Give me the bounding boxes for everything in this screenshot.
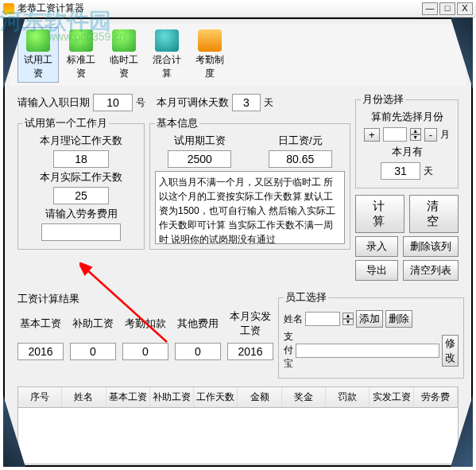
rest-days-input[interactable] xyxy=(232,94,261,111)
th-6[interactable]: 奖金 xyxy=(282,387,326,407)
result-table: 序号姓名基本工资补助工资工作天数金额奖金罚款实发工资劳务费 xyxy=(17,386,459,464)
result-title: 工资计算结果 xyxy=(17,292,273,306)
info-text[interactable]: 入职当月不满一个月，又区别于临时工 所以这个月的工资按实际工作天数算 默认工资为… xyxy=(155,171,345,244)
month-legend: 月份选择 xyxy=(361,92,405,107)
toolbar-3[interactable]: 混合计算 xyxy=(146,27,188,83)
main-frame: 试用工资标准工资临时工资混合计算考勤制度 请输入入职日期 号 本月可调休天数 天… xyxy=(3,17,473,467)
th-2[interactable]: 基本工资 xyxy=(106,387,150,407)
hire-date-label: 请输入入职日期 xyxy=(17,95,90,110)
clear-button[interactable]: 清 空 xyxy=(409,195,459,233)
labor-fee-input[interactable] xyxy=(41,223,121,241)
export-button[interactable]: 导出 xyxy=(355,260,398,281)
trial-salary-input[interactable] xyxy=(168,150,231,168)
result-col-3: 其他费用 xyxy=(175,317,221,331)
maximize-button[interactable]: □ xyxy=(439,2,455,15)
toolbar-icon xyxy=(26,29,50,52)
first-month-legend: 试用第一个工作月 xyxy=(23,116,109,130)
theory-days-input[interactable] xyxy=(53,150,109,168)
employee-legend: 员工选择 xyxy=(284,290,328,305)
month-unit: 月 xyxy=(440,128,450,142)
result-val-3[interactable] xyxy=(175,343,221,360)
month-tip: 算前先选择月份 xyxy=(361,110,453,124)
daily-salary-label: 日工资/元 xyxy=(256,134,346,148)
basic-legend: 基本信息 xyxy=(155,116,199,130)
window-title: 老恭工资计算器 xyxy=(17,2,420,15)
basic-info-group: 基本信息 试用期工资 日工资/元 入职当月不满一个月，又区别于临时工 所以这个月… xyxy=(149,116,350,250)
rest-days-label: 本月可调休天数 xyxy=(157,95,229,110)
minimize-button[interactable]: — xyxy=(422,2,438,15)
titlebar: 老恭工资计算器 — □ X xyxy=(0,0,476,17)
result-val-1[interactable] xyxy=(70,343,116,360)
month-days-input[interactable] xyxy=(381,162,420,180)
add-button[interactable]: 添加 xyxy=(356,310,383,328)
theory-days-label: 本月理论工作天数 xyxy=(23,134,139,148)
toolbar-2[interactable]: 临时工资 xyxy=(103,27,145,83)
th-4[interactable]: 工作天数 xyxy=(194,387,238,407)
th-3[interactable]: 补助工资 xyxy=(150,387,194,407)
input-button[interactable]: 录入 xyxy=(355,236,398,257)
result-val-4[interactable] xyxy=(227,343,273,360)
th-5[interactable]: 金额 xyxy=(238,387,281,407)
delete-col-button[interactable]: 删除该列 xyxy=(403,236,459,257)
actual-days-input[interactable] xyxy=(53,187,109,204)
result-col-4: 本月实发工资 xyxy=(227,309,273,338)
day-unit: 号 xyxy=(136,96,145,110)
toolbar-0[interactable]: 试用工资 xyxy=(17,27,59,83)
clear-list-button[interactable]: 清空列表 xyxy=(403,260,459,281)
name-label: 姓名 xyxy=(284,313,303,326)
labor-fee-label: 请输入劳务费用 xyxy=(23,207,139,221)
toolbar-icon xyxy=(69,29,93,52)
app-icon xyxy=(3,3,14,14)
month-stepper[interactable]: ▲▼ xyxy=(410,128,421,141)
name-stepper[interactable]: ▲▼ xyxy=(342,313,354,325)
close-button[interactable]: X xyxy=(457,2,473,15)
hire-date-input[interactable] xyxy=(93,94,133,111)
toolbar-label: 混合计算 xyxy=(149,53,185,80)
toolbar-label: 考勤制度 xyxy=(192,53,228,80)
toolbar-label: 临时工资 xyxy=(106,53,142,80)
th-7[interactable]: 罚款 xyxy=(326,387,370,407)
month-days-unit: 天 xyxy=(424,165,433,178)
month-days-label: 本月有 xyxy=(392,145,423,159)
month-plus-button[interactable]: + xyxy=(364,128,380,142)
modify-button[interactable]: 修改 xyxy=(442,335,459,367)
toolbar-icon xyxy=(155,29,179,52)
toolbar-4[interactable]: 考勤制度 xyxy=(189,27,230,83)
th-0[interactable]: 序号 xyxy=(18,387,62,407)
calculate-button[interactable]: 计 算 xyxy=(355,195,404,233)
result-val-2[interactable] xyxy=(122,343,168,360)
th-1[interactable]: 姓名 xyxy=(62,387,106,407)
result-val-0[interactable] xyxy=(17,343,64,360)
result-col-1: 补助工资 xyxy=(70,317,116,331)
alipay-label: 支付宝 xyxy=(284,330,293,371)
month-select-group: 月份选择 算前先选择月份 + ▲▼ - 月 本月有 天 xyxy=(355,92,459,188)
toolbar-1[interactable]: 标准工资 xyxy=(60,27,102,83)
first-month-group: 试用第一个工作月 本月理论工作天数 本月实际工作天数 请输入劳务费用 xyxy=(17,116,145,250)
employee-group: 员工选择 姓名 ▲▼ 添加 删除 支付宝 修改 xyxy=(278,290,464,379)
toolbar-icon xyxy=(112,29,136,52)
th-8[interactable]: 实发工资 xyxy=(370,387,413,407)
delete-button[interactable]: 删除 xyxy=(385,310,412,328)
daily-salary-input[interactable] xyxy=(269,150,332,168)
actual-days-label: 本月实际工作天数 xyxy=(23,170,139,185)
days-unit: 天 xyxy=(264,96,273,110)
result-col-0: 基本工资 xyxy=(17,317,64,331)
alipay-input[interactable] xyxy=(296,344,439,358)
month-minus-button[interactable]: - xyxy=(424,128,437,142)
toolbar-label: 试用工资 xyxy=(20,53,56,80)
table-body[interactable] xyxy=(18,408,458,464)
trial-salary-label: 试用期工资 xyxy=(155,134,245,148)
toolbar-label: 标准工资 xyxy=(63,53,99,80)
name-input[interactable] xyxy=(305,312,340,326)
toolbar-icon xyxy=(198,29,222,52)
month-input[interactable] xyxy=(383,127,407,142)
result-col-2: 考勤扣款 xyxy=(122,317,168,331)
toolbar: 试用工资标准工资临时工资混合计算考勤制度 xyxy=(10,24,466,86)
th-9[interactable]: 劳务费 xyxy=(414,387,458,407)
